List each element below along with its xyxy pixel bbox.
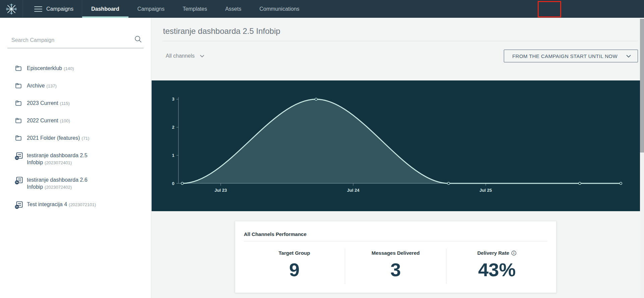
card-title: All Channels Performance xyxy=(244,231,547,237)
item-name: Archive xyxy=(27,83,45,88)
folder-icon xyxy=(15,134,22,141)
folder-icon xyxy=(15,82,22,89)
item-name: Test integracija 4 xyxy=(27,201,67,207)
card-divider xyxy=(244,241,547,241)
metric-label: Messages Delivered xyxy=(372,250,420,256)
metric-value: 3 xyxy=(345,259,446,281)
sidebar-folder-item[interactable]: 2021 Folder (features)(71) xyxy=(0,129,151,147)
item-count: (2023072401) xyxy=(45,160,72,165)
snowflake-logo-icon xyxy=(5,3,17,15)
metric-label: Target Group xyxy=(279,250,310,256)
area-chart: 0123Jul 23Jul 24Jul 25 xyxy=(152,80,640,211)
svg-text:1x: 1x xyxy=(16,157,18,159)
all-channels-performance-card: All Channels Performance Target Group 9 … xyxy=(235,221,556,293)
campaign-sidebar: Episcenterklub(140) Archive(137) xyxy=(0,18,151,298)
campaign-flow-icon: 1x xyxy=(15,201,23,209)
folder-icon xyxy=(15,65,22,72)
app-logo[interactable] xyxy=(0,0,23,18)
scrollbar-track[interactable] xyxy=(640,18,644,298)
campaign-flow-icon: 1x xyxy=(15,152,23,160)
nav-tabs: DashboardCampaignsTemplatesAssetsCommuni… xyxy=(82,0,309,18)
date-range-label: FROM THE CAMPAIGN START UNTIL NOW xyxy=(512,53,618,59)
sidebar-folder-item[interactable]: Episcenterklub(140) xyxy=(0,60,151,77)
tab-campaigns[interactable]: Campaigns xyxy=(128,0,174,18)
item-count: (71) xyxy=(82,136,89,141)
metric: Target Group 9 xyxy=(244,249,345,284)
item-name: 2022 Current xyxy=(27,118,58,123)
tab-templates[interactable]: Templates xyxy=(174,0,216,18)
item-count: (115) xyxy=(60,101,69,106)
folder-icon xyxy=(15,117,22,124)
tab-assets[interactable]: Assets xyxy=(216,0,250,18)
sidebar-folder-item[interactable]: 2023 Current(115) xyxy=(0,95,151,112)
item-name: 2023 Current xyxy=(27,100,58,106)
search-box xyxy=(7,35,144,48)
search-icon[interactable] xyxy=(134,35,142,45)
svg-text:i: i xyxy=(514,251,515,255)
svg-text:1x: 1x xyxy=(16,181,18,183)
tab-communications[interactable]: Communications xyxy=(250,0,308,18)
page-title: testiranje dashboarda 2.5 Infobip xyxy=(163,26,640,36)
date-range-dropdown[interactable]: FROM THE CAMPAIGN START UNTIL NOW xyxy=(504,50,638,62)
item-count: (137) xyxy=(46,83,56,88)
tab-dashboard[interactable]: Dashboard xyxy=(82,0,128,18)
svg-text:2: 2 xyxy=(172,125,174,130)
metric-value: 9 xyxy=(244,259,345,281)
metric: Messages Delivered 3 xyxy=(345,249,446,284)
product-menu-campaigns[interactable]: Campaigns xyxy=(23,0,82,18)
item-name: 2021 Folder (features) xyxy=(27,135,80,141)
item-count: (140) xyxy=(64,66,74,71)
campaign-list: Episcenterklub(140) Archive(137) xyxy=(0,60,151,214)
item-count: (2023072101) xyxy=(69,202,96,207)
dashboard-main: testiranje dashboarda 2.5 Infobip All ch… xyxy=(152,18,640,298)
metric-value: 43% xyxy=(446,259,547,281)
chevron-down-icon xyxy=(626,55,631,58)
info-icon[interactable]: i xyxy=(511,250,517,256)
metric: Delivery Rate i 43% xyxy=(446,249,547,284)
sidebar-campaign-item[interactable]: 1x testiranje dashboarda 2.6 Infobip(202… xyxy=(0,171,151,196)
product-menu-label: Campaigns xyxy=(46,6,73,12)
svg-text:1x: 1x xyxy=(16,205,18,208)
top-navbar: Campaigns DashboardCampaignsTemplatesAss… xyxy=(0,0,644,18)
metrics-row: Target Group 9 Messages Delivered 3 Deli… xyxy=(244,249,547,284)
scrollbar-thumb[interactable] xyxy=(640,19,644,153)
svg-text:Jul 24: Jul 24 xyxy=(347,188,360,193)
campaign-flow-icon: 1x xyxy=(15,176,23,185)
svg-text:Jul 25: Jul 25 xyxy=(480,188,492,193)
item-name: Episcenterklub xyxy=(27,65,62,71)
title-divider xyxy=(162,41,638,41)
chevron-down-icon xyxy=(200,55,204,58)
svg-text:Jul 23: Jul 23 xyxy=(215,188,227,193)
folder-icon xyxy=(15,100,22,107)
svg-text:0: 0 xyxy=(172,181,174,186)
channel-filter-label: All channels xyxy=(166,53,195,59)
item-count: (100) xyxy=(60,118,70,123)
sidebar-campaign-item[interactable]: 1x Test integracija 4(2023072101) xyxy=(0,196,151,214)
search-input[interactable] xyxy=(7,35,144,43)
delivery-chart: 0123Jul 23Jul 24Jul 25 xyxy=(152,80,640,211)
sidebar-folder-item[interactable]: 2022 Current(100) xyxy=(0,112,151,129)
svg-text:3: 3 xyxy=(172,97,174,102)
item-count: (2023072402) xyxy=(45,185,72,190)
sidebar-folder-item[interactable]: Archive(137) xyxy=(0,77,151,95)
svg-text:1: 1 xyxy=(172,153,174,158)
annotation-highlight xyxy=(538,1,561,17)
controls-row: All channels FROM THE CAMPAIGN START UNT… xyxy=(166,50,638,62)
channel-filter-dropdown[interactable]: All channels xyxy=(166,53,204,59)
sidebar-campaign-item[interactable]: 1x testiranje dashboarda 2.5 Infobip(202… xyxy=(0,147,151,171)
metric-label: Delivery Rate xyxy=(477,250,509,256)
hamburger-icon xyxy=(34,6,42,12)
